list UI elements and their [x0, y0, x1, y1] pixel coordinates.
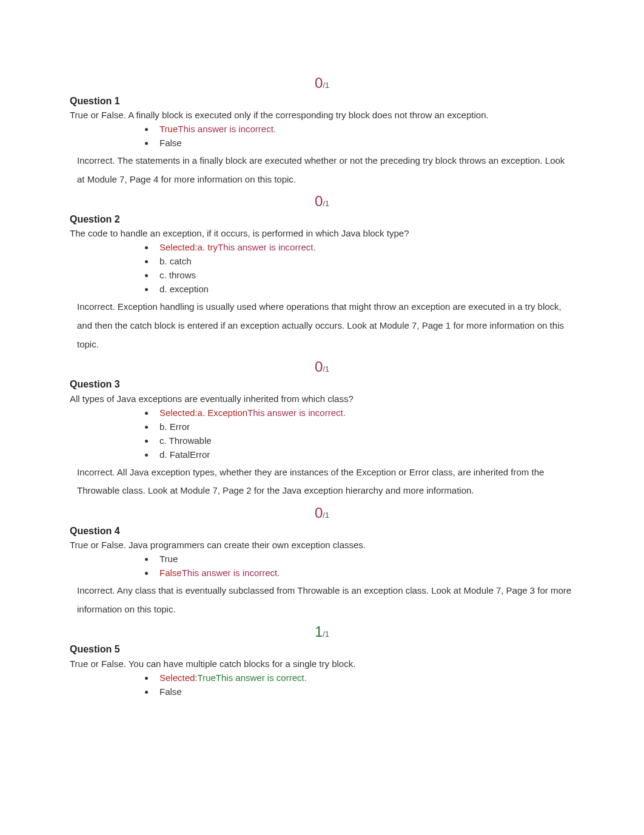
option-item: b. Error [155, 420, 574, 433]
question-title: Question 3 [70, 378, 574, 391]
score-earned: 0 [315, 505, 323, 521]
question-title: Question 5 [70, 643, 574, 656]
selected-answer: True [198, 672, 216, 683]
answer-verdict: This answer is correct. [216, 672, 307, 683]
score-earned: 0 [315, 75, 323, 91]
question-score: 0/1 [70, 191, 574, 212]
question-feedback: Incorrect. The statements in a finally b… [70, 152, 574, 189]
option-item: FalseThis answer is incorrect. [155, 566, 574, 579]
question-prompt: The code to handle an exception, if it o… [70, 227, 574, 240]
option-item: Selected:a. tryThis answer is incorrect. [155, 241, 574, 253]
question-title: Question 1 [70, 95, 574, 108]
option-item: False [155, 136, 574, 149]
question-score: 0/1 [70, 73, 574, 93]
question-block: 0/1Question 2The code to handle an excep… [70, 191, 574, 354]
answer-verdict: This answer is incorrect. [178, 124, 276, 134]
score-earned: 1 [315, 623, 323, 640]
score-total: /1 [323, 629, 329, 639]
option-text: b. Error [159, 421, 190, 432]
option-item: False [155, 685, 574, 698]
selected-answer: a. Exception [198, 407, 248, 418]
question-score: 0/1 [70, 357, 574, 377]
option-item: d. FatalError [155, 448, 574, 461]
score-total: /1 [323, 81, 329, 90]
question-prompt: True or False. You can have multiple cat… [70, 657, 574, 670]
question-prompt: All types of Java exceptions are eventua… [70, 392, 574, 405]
question-prompt: True or False. A finally block is execut… [70, 109, 574, 121]
question-title: Question 2 [70, 213, 574, 226]
option-text: c. throws [159, 270, 196, 280]
question-feedback: Incorrect. Any class that is eventually … [70, 582, 574, 619]
option-item: b. catch [155, 255, 574, 267]
question-block: 0/1Question 4True or False. Java program… [70, 503, 574, 619]
options-list: TrueFalseThis answer is incorrect. [70, 552, 574, 579]
question-block: 0/1Question 3All types of Java exception… [70, 357, 574, 500]
option-text: False [159, 686, 182, 697]
option-item: Selected:a. ExceptionThis answer is inco… [155, 406, 574, 419]
option-text: d. exception [159, 284, 209, 294]
options-list: TrueThis answer is incorrect.False [70, 122, 574, 149]
score-earned: 0 [315, 193, 323, 209]
answer-verdict: This answer is incorrect. [247, 407, 346, 418]
selected-answer: a. try [198, 242, 218, 252]
question-feedback: Incorrect. Exception handling is usually… [70, 298, 574, 354]
score-earned: 0 [315, 358, 323, 375]
selected-prefix: Selected: [159, 242, 198, 252]
option-text: d. FatalError [159, 449, 210, 460]
selected-answer: False [159, 568, 182, 578]
score-total: /1 [323, 364, 329, 374]
option-text: True [159, 554, 178, 564]
selected-prefix: Selected: [159, 407, 198, 418]
option-item: Selected:TrueThis answer is correct. [155, 671, 574, 684]
score-total: /1 [323, 199, 329, 208]
option-item: c. throws [155, 269, 574, 281]
question-prompt: True or False. Java programmers can crea… [70, 538, 574, 551]
option-text: b. catch [159, 256, 192, 266]
option-item: TrueThis answer is incorrect. [155, 122, 574, 135]
answer-verdict: This answer is incorrect. [218, 242, 316, 252]
option-item: d. exception [155, 283, 574, 295]
question-score: 0/1 [70, 503, 574, 523]
question-block: 0/1Question 1True or False. A finally bl… [70, 73, 574, 189]
question-title: Question 4 [70, 525, 574, 538]
options-list: Selected:a. ExceptionThis answer is inco… [70, 406, 574, 461]
option-text: c. Throwable [159, 435, 212, 446]
option-item: True [155, 552, 574, 565]
question-feedback: Incorrect. All Java exception types, whe… [70, 463, 574, 501]
options-list: Selected:TrueThis answer is correct.Fals… [70, 671, 574, 698]
options-list: Selected:a. tryThis answer is incorrect.… [70, 241, 574, 295]
question-score: 1/1 [70, 622, 574, 642]
question-block: 1/1Question 5True or False. You can have… [70, 622, 574, 698]
option-item: c. Throwable [155, 434, 574, 447]
score-total: /1 [323, 511, 329, 520]
answer-verdict: This answer is incorrect. [182, 568, 280, 578]
selected-prefix: Selected: [159, 672, 198, 683]
selected-answer: True [159, 124, 178, 134]
option-text: False [159, 138, 182, 148]
